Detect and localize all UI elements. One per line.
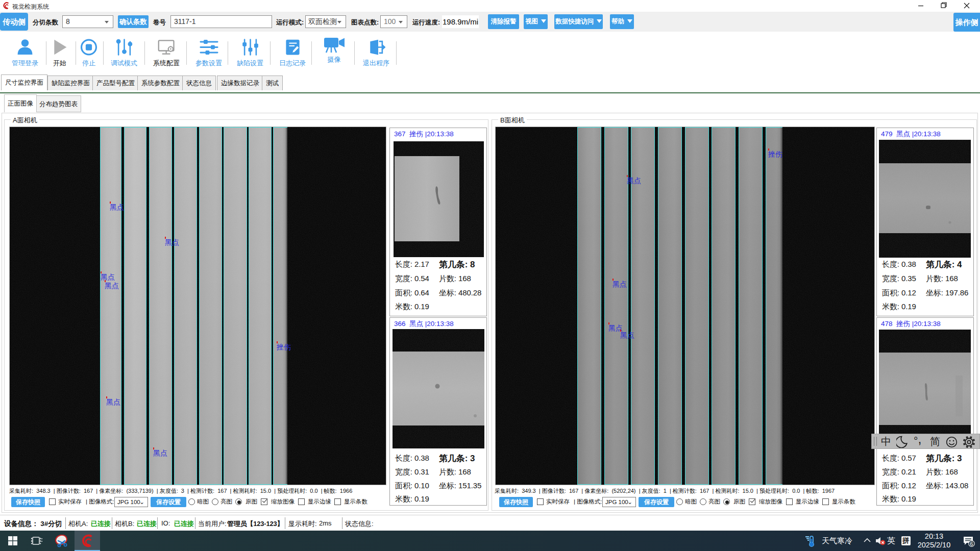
svg-text:6: 6 [970, 541, 973, 547]
